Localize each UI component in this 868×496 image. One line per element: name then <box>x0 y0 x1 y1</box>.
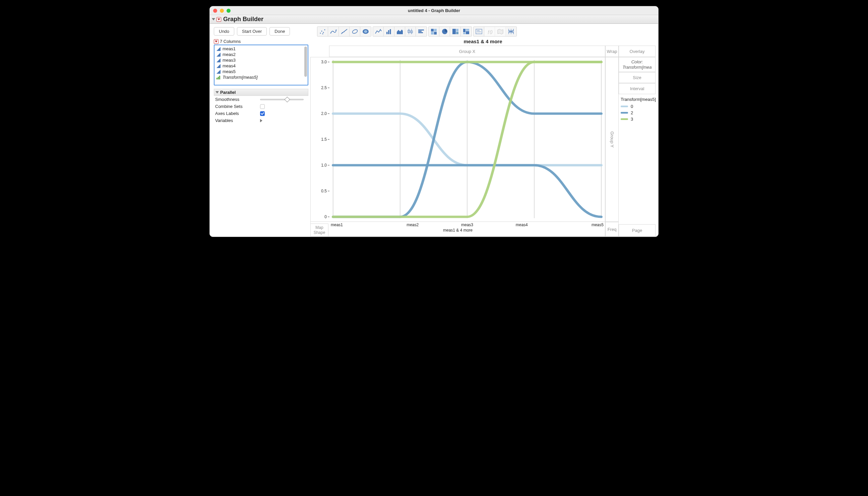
formula-element-icon[interactable]: ƒ() <box>484 27 495 36</box>
map-shape-label-2: Shape <box>311 230 327 235</box>
scrollbar[interactable] <box>304 47 307 83</box>
plot-area[interactable]: 00.51.01.52.02.53.0 <box>310 57 605 222</box>
svg-point-5 <box>331 32 331 33</box>
graph-title: meas1 & 4 more <box>310 38 655 44</box>
svg-rect-27 <box>431 32 434 34</box>
overlay-zone[interactable]: Overlay <box>619 46 655 57</box>
column-item[interactable]: meas5 <box>215 69 308 74</box>
mosaic-element-icon[interactable] <box>461 27 471 36</box>
size-zone[interactable]: Size <box>619 72 655 83</box>
map-shape-label-1: Map <box>311 225 327 230</box>
hotspot-icon[interactable] <box>217 17 221 22</box>
svg-rect-33 <box>463 29 465 32</box>
column-item[interactable]: meas4 <box>215 63 308 69</box>
contour-element-icon[interactable] <box>360 27 371 36</box>
x-tick-label: meas5 <box>549 222 605 227</box>
wrap-zone[interactable]: Wrap <box>605 46 619 57</box>
map-shape-zone[interactable]: Map Shape <box>310 223 328 237</box>
column-name: meas4 <box>222 63 236 68</box>
color-zone-var: Transform[mea <box>620 65 654 70</box>
done-button[interactable]: Done <box>269 27 290 35</box>
svg-point-6 <box>333 31 334 32</box>
color-zone-label: Color: <box>620 59 654 65</box>
axes-labels-checkbox[interactable] <box>260 111 265 116</box>
x-tick-label: meas2 <box>385 222 440 227</box>
start-over-button[interactable]: Start Over <box>237 27 267 35</box>
interval-zone[interactable]: Interval <box>619 83 655 94</box>
svg-rect-32 <box>456 32 459 34</box>
column-item[interactable]: meas2 <box>215 52 308 57</box>
section-header: Graph Builder <box>210 15 658 24</box>
parallel-element-icon[interactable] <box>506 27 516 36</box>
svg-point-7 <box>335 30 336 31</box>
legend-swatch <box>621 112 628 114</box>
y-tick-label: 1.5 <box>321 137 327 142</box>
column-name: meas5 <box>222 69 236 74</box>
boxplot-element-icon[interactable] <box>405 27 416 36</box>
y-tick-label: 2.5 <box>321 86 327 90</box>
svg-point-1 <box>321 31 322 32</box>
slider-thumb[interactable] <box>284 96 290 102</box>
points-element-icon[interactable] <box>317 27 328 36</box>
control-panel: Undo Start Over Done 7 Columns meas1 mea… <box>210 24 310 237</box>
disclosure-icon[interactable] <box>216 91 219 93</box>
caption-element-icon[interactable] <box>474 27 484 36</box>
color-zone[interactable]: Color: Transform[mea <box>619 57 655 72</box>
continuous-icon <box>217 58 220 62</box>
pie-element-icon[interactable] <box>439 27 450 36</box>
disclosure-icon[interactable] <box>212 18 215 20</box>
legend[interactable]: Transform[meas5] 023 <box>619 94 655 126</box>
treemap-element-icon[interactable] <box>450 27 461 36</box>
column-item[interactable]: meas1 <box>215 46 308 52</box>
legend-item[interactable]: 2 <box>621 110 653 115</box>
panel-header: Parallel <box>214 89 308 96</box>
graph-builder-canvas: Group X Wrap Overlay 00.51.01.52.02.53.0… <box>310 46 655 237</box>
axes-labels-label: Axes Labels <box>215 111 239 116</box>
smoother-element-icon[interactable] <box>328 27 339 36</box>
x-axis-title: meas1 & 4 more <box>311 228 605 233</box>
svg-rect-37 <box>476 29 482 34</box>
legend-label: 0 <box>631 104 633 109</box>
column-name: meas1 <box>222 46 236 51</box>
column-item[interactable]: meas3 <box>215 57 308 63</box>
svg-point-3 <box>324 30 325 31</box>
panel-title: Parallel <box>220 90 236 95</box>
y-tick-label: 1.0 <box>321 163 327 168</box>
hotspot-icon[interactable] <box>214 39 218 44</box>
ellipse-element-icon[interactable] <box>350 27 360 36</box>
line-element-icon[interactable] <box>373 27 384 36</box>
combine-sets-checkbox[interactable] <box>260 104 265 109</box>
plot[interactable] <box>329 57 605 221</box>
svg-rect-34 <box>463 32 465 34</box>
histogram-element-icon[interactable] <box>416 27 427 36</box>
group-y-zone[interactable]: Group Y <box>605 57 619 222</box>
combine-sets-label: Combine Sets <box>215 104 243 109</box>
column-item[interactable]: Transform[meas5] <box>215 74 308 80</box>
undo-button[interactable]: Undo <box>214 27 234 35</box>
legend-item[interactable]: 0 <box>621 104 653 109</box>
freq-zone[interactable]: Freq <box>605 222 619 237</box>
area-element-icon[interactable] <box>394 27 405 36</box>
titlebar: untitled 4 - Graph Builder <box>210 6 658 15</box>
smoothness-slider[interactable] <box>260 99 304 100</box>
bar-element-icon[interactable] <box>384 27 394 36</box>
heatmap-element-icon[interactable] <box>429 27 439 36</box>
page-zone[interactable]: Page <box>619 224 655 237</box>
group-x-zone[interactable]: Group X <box>329 46 605 57</box>
scrollbar-thumb[interactable] <box>304 47 307 77</box>
column-name: meas2 <box>222 52 236 57</box>
continuous-icon <box>217 64 220 68</box>
x-axis[interactable]: meas1meas2meas3meas4meas5 meas1 & 4 more <box>310 222 605 237</box>
map-element-icon[interactable] <box>495 27 506 36</box>
line-of-fit-element-icon[interactable] <box>339 27 350 36</box>
expand-icon[interactable] <box>260 119 262 122</box>
columns-list[interactable]: meas1 meas2 meas3 meas4 <box>214 45 308 86</box>
columns-header: 7 Columns <box>220 39 241 44</box>
x-tick-label: meas3 <box>440 222 495 227</box>
column-name: meas3 <box>222 58 236 63</box>
legend-item[interactable]: 3 <box>621 117 653 122</box>
y-axis[interactable]: 00.51.01.52.02.53.0 <box>311 57 329 221</box>
y-tick-label: 3.0 <box>321 60 327 64</box>
svg-point-0 <box>320 33 321 34</box>
smoothness-label: Smoothness <box>215 97 239 102</box>
